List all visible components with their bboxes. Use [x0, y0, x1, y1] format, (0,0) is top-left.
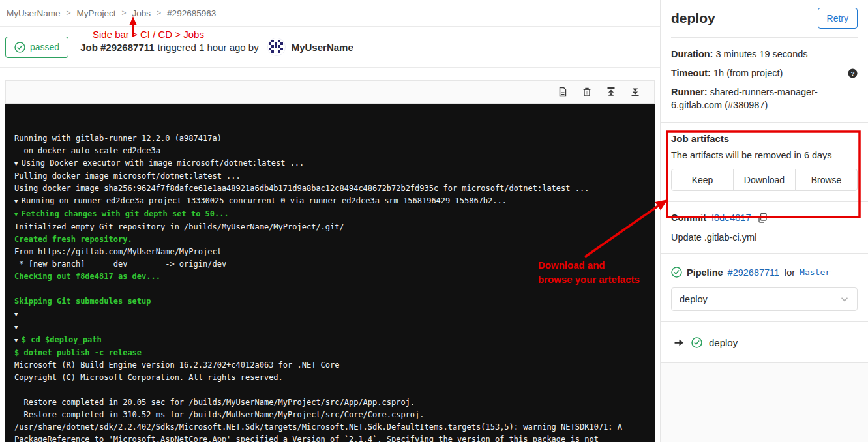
trigger-user-name[interactable]: MyUserName — [292, 42, 353, 53]
status-badge[interactable]: passed — [5, 37, 68, 58]
commit-section: Commit f8de4817 Update .gitlab-ci.yml — [661, 201, 868, 253]
avatar[interactable] — [267, 38, 286, 56]
timeout-label: Timeout: — [671, 68, 711, 78]
main-content: MyUserName > MyProject > Jobs > #2926859… — [0, 0, 660, 442]
log-line: ▼ Running on runner-ed2dce3a-project-133… — [14, 195, 655, 208]
breadcrumb-job-id[interactable]: #292685963 — [167, 8, 216, 18]
breadcrumb-separator: > — [122, 8, 127, 18]
pipeline-id-link[interactable]: #292687711 — [728, 267, 780, 278]
check-circle-icon — [14, 42, 25, 53]
gitlab-job-page: MyUserName > MyProject > Jobs > #2926859… — [0, 0, 868, 442]
log-line-text: Running with gitlab-runner 12.2.0 (a9874… — [14, 134, 222, 143]
job-log-panel: Running with gitlab-runner 12.2.0 (a9874… — [5, 80, 655, 442]
sidebar-title-row: deploy Retry — [661, 0, 868, 37]
runner-row: Runner: shared-runners-manager-6.gitlab.… — [671, 85, 858, 111]
log-line: From https://gitlab.com/MyUserName/MyPro… — [14, 246, 655, 258]
breadcrumb: MyUserName > MyProject > Jobs > #2926859… — [0, 0, 660, 27]
log-line: * [new branch] dev -> origin/dev — [14, 258, 655, 271]
log-line: PackageReference to 'Microsoft.AspNetCor… — [14, 434, 655, 442]
log-line: Using docker image sha256:9624f7f8dafce6… — [14, 183, 655, 195]
log-line-text: Microsoft (R) Build Engine version 16.2.… — [14, 361, 340, 370]
keep-button[interactable]: Keep — [671, 169, 734, 191]
commit-message: Update .gitlab-ci.yml — [671, 232, 858, 243]
browse-button[interactable]: Browse — [795, 169, 858, 191]
job-title: Job #292687711 triggered 1 hour ago by — [80, 38, 353, 56]
log-line: ▼ Fetching changes with git depth set to… — [14, 208, 655, 221]
job-sidebar: deploy Retry Duration: 3 minutes 19 seco… — [660, 0, 868, 442]
help-icon[interactable]: ? — [848, 68, 858, 78]
raw-log-icon[interactable] — [558, 87, 568, 97]
collapse-caret-icon[interactable]: ▼ — [14, 198, 22, 205]
log-line-text: Pulling docker image microsoft/dotnet:la… — [14, 171, 241, 181]
current-job-arrow-icon — [674, 337, 685, 348]
pipeline-section: Pipeline #292687711 for Master deploy — [661, 253, 868, 321]
log-line-text: Running on runner-ed2dce3a-project-13330… — [22, 196, 507, 205]
log-line-text: Checking out f8de4817 as dev... — [14, 272, 160, 281]
pipeline-for-text: for — [784, 267, 795, 278]
download-button[interactable]: Download — [733, 169, 796, 191]
log-line: Checking out f8de4817 as dev... — [14, 271, 655, 283]
job-triggered-text: triggered 1 hour ago by — [158, 42, 259, 53]
log-line — [14, 384, 655, 396]
log-line: Pulling docker image microsoft/dotnet:la… — [14, 170, 655, 183]
log-line-text: Using docker image sha256:9624f7f8dafce6… — [14, 184, 589, 193]
log-line: Microsoft (R) Build Engine version 16.2.… — [14, 359, 655, 372]
breadcrumb-separator: > — [157, 8, 161, 18]
retry-button[interactable]: Retry — [818, 8, 858, 29]
log-line: ▼ — [14, 308, 655, 321]
timeout-row: Timeout: 1h (from project) ? — [671, 66, 858, 80]
sidebar-footer — [661, 362, 868, 442]
log-line: $ dotnet publish -c release — [14, 347, 655, 359]
runner-label: Runner: — [671, 87, 708, 97]
log-line-text: Skipping Git submodules setup — [14, 297, 151, 306]
job-log-toolbar — [5, 80, 655, 104]
commit-sha-link[interactable]: f8de4817 — [711, 213, 751, 223]
log-line-text: Copyright (C) Microsoft Corporation. All… — [14, 373, 283, 382]
erase-log-icon[interactable] — [582, 87, 592, 97]
log-line-text: * [new branch] dev -> origin/dev — [14, 259, 226, 269]
collapse-caret-icon[interactable]: ▼ — [14, 324, 22, 331]
log-line: Skipping Git submodules setup — [14, 295, 655, 308]
stage-selected: deploy — [680, 294, 708, 304]
scroll-bottom-icon[interactable] — [630, 87, 640, 97]
job-artifacts-section: Job artifacts The artifacts will be remo… — [661, 122, 868, 201]
breadcrumb-jobs[interactable]: Jobs — [132, 8, 151, 18]
scroll-top-icon[interactable] — [606, 87, 616, 97]
breadcrumb-user[interactable]: MyUserName — [7, 8, 61, 18]
duration-value: 3 minutes 19 seconds — [715, 49, 807, 59]
log-line — [14, 283, 655, 295]
chevron-down-icon — [840, 295, 849, 304]
log-line-text: From https://gitlab.com/MyUserName/MyPro… — [14, 247, 222, 256]
stage-job-item-deploy[interactable]: deploy — [661, 321, 868, 362]
log-line: Restore completed in 310.52 ms for /buil… — [14, 409, 655, 421]
timeout-value: 1h (from project) — [713, 68, 783, 78]
log-line: on docker-auto-scale ed2dce3a — [14, 145, 655, 157]
log-line: Restore completed in 20.05 sec for /buil… — [14, 396, 655, 409]
collapse-caret-icon[interactable]: ▼ — [14, 311, 22, 317]
log-line: Initialized empty Git repository in /bui… — [14, 221, 655, 233]
log-line: ▼ Using Docker executor with image micro… — [14, 157, 655, 170]
breadcrumb-separator: > — [67, 8, 71, 18]
log-line-text: Fetching changes with git depth set to 5… — [22, 209, 229, 218]
log-line: Created fresh repository. — [14, 233, 655, 246]
artifacts-title: Job artifacts — [671, 133, 858, 144]
console-log: Running with gitlab-runner 12.2.0 (a9874… — [5, 104, 655, 442]
job-details: Duration: 3 minutes 19 seconds Timeout: … — [661, 38, 868, 122]
log-line: ▼ $ cd $deploy_path — [14, 334, 655, 347]
copy-commit-icon[interactable] — [757, 213, 768, 223]
duration-label: Duration: — [671, 49, 713, 59]
collapse-caret-icon[interactable]: ▼ — [14, 211, 22, 218]
stage-job-name: deploy — [709, 337, 738, 348]
log-line-text: on docker-auto-scale ed2dce3a — [14, 146, 160, 155]
breadcrumb-project[interactable]: MyProject — [77, 8, 116, 18]
pipeline-ref-link[interactable]: Master — [800, 267, 830, 277]
log-line-text: Created fresh repository. — [14, 235, 132, 244]
job-name-title: deploy — [671, 10, 715, 26]
collapse-caret-icon[interactable]: ▼ — [14, 337, 22, 344]
log-line-text: PackageReference to 'Microsoft.AspNetCor… — [14, 435, 599, 442]
status-label: passed — [30, 42, 59, 52]
collapse-caret-icon[interactable]: ▼ — [14, 160, 22, 167]
stage-dropdown[interactable]: deploy — [671, 287, 858, 311]
commit-label: Commit — [671, 213, 706, 223]
duration-row: Duration: 3 minutes 19 seconds — [671, 48, 858, 61]
